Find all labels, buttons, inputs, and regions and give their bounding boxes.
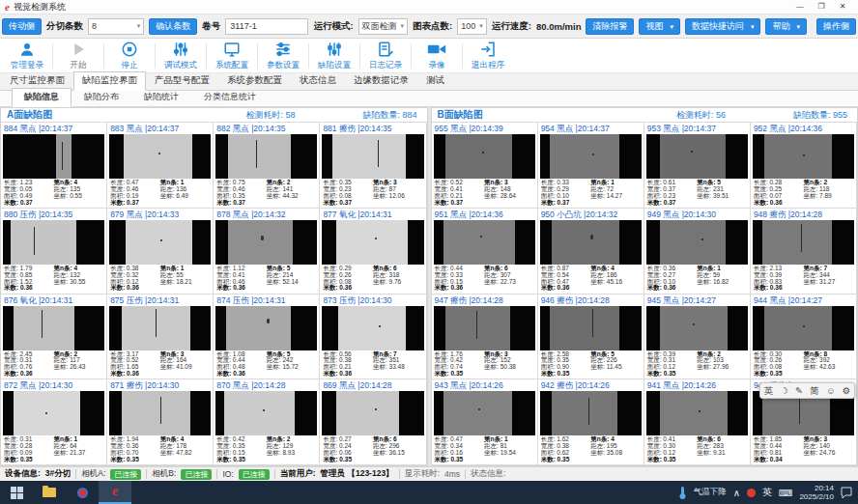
defect-cell[interactable]: 879 黑点 |20:14:33长度: 0.38宽度: 0.32面积: 0.12… <box>107 209 214 294</box>
roll-number-input[interactable]: 3117-1 <box>225 18 308 35</box>
action-button-user[interactable]: 管理登录 <box>2 40 52 72</box>
defect-cell[interactable]: 878 黑点 |20:14:32长度: 1.12宽度: 0.41面积: 0.46… <box>214 209 320 294</box>
defect-cell-header: 952 黑点 |20:14:36 <box>751 123 856 133</box>
moon-icon[interactable]: ☽ <box>780 383 788 398</box>
slit-count-value: 8 <box>92 21 97 31</box>
defect-cell[interactable]: 952 黑点 |20:14:36长度: 0.28宽度: 0.25面积: 0.07… <box>751 123 857 209</box>
info-line: 坐标: 16.82 <box>697 279 747 286</box>
main-tab-5[interactable]: 边缘数据记录 <box>345 71 417 91</box>
thermometer-icon[interactable] <box>678 487 687 499</box>
defect-cell[interactable]: 945 黑点 |20:14:27长度: 0.39宽度: 0.31面积: 0.12… <box>644 294 751 380</box>
defect-cell[interactable]: 949 黑点 |20:14:30长度: 0.36宽度: 0.27面积: 0.10… <box>644 209 751 294</box>
info-line: 米数: 0.36 <box>216 371 267 378</box>
chart-points-select[interactable]: 100 ▾ <box>457 18 487 35</box>
defect-info-right: 第n条: 1距左: 55坐标: 18.21 <box>160 266 211 293</box>
defect-mark <box>592 309 593 337</box>
defect-image <box>3 134 104 179</box>
slit-count-select[interactable]: 8 ▾ <box>88 18 144 35</box>
action-button-exit[interactable]: 退出程序 <box>463 40 513 72</box>
defect-cell[interactable]: 870 黑点 |20:14:28长度: 0.42宽度: 0.35面积: 0.15… <box>214 379 320 465</box>
main-tab-6[interactable]: 测试 <box>417 71 453 91</box>
defect-cell[interactable]: 869 黑点 |20:14:28长度: 0.27宽度: 0.24面积: 0.06… <box>320 379 426 465</box>
clear-alarm-button[interactable]: 清除报警 <box>586 18 634 35</box>
action-button-camera[interactable]: 录像 <box>412 40 462 72</box>
action-button-monitor[interactable]: 系统配置 <box>207 40 257 72</box>
image-gray-band <box>445 306 510 350</box>
close-button[interactable]: ✕ <box>832 0 853 14</box>
defect-cell[interactable]: 874 压伤 |20:14:31长度: 1.08宽度: 0.44面积: 0.48… <box>214 294 320 380</box>
minimize-button[interactable]: — <box>789 0 811 14</box>
action-button-log[interactable]: 日志记录 <box>360 40 411 72</box>
maximize-button[interactable]: ❐ <box>811 0 832 14</box>
defect-info: 长度: 0.52宽度: 0.41面积: 0.21米数: 0.37第n条: 3距左… <box>432 179 537 208</box>
pen-icon[interactable]: ✎ <box>795 383 803 398</box>
defect-cell[interactable]: 871 擦伤 |20:14:30长度: 1.94宽度: 0.36面积: 0.70… <box>107 379 214 465</box>
tray-alert-icon[interactable] <box>747 489 756 497</box>
defect-cell[interactable]: 948 擦伤 |20:14:28长度: 2.13宽度: 0.39面积: 0.83… <box>751 209 857 294</box>
pinned-app-icon[interactable] <box>66 481 99 504</box>
touch-keyboard-icon[interactable]: ⌨ <box>779 488 792 498</box>
inspection-app-icon: e <box>112 484 118 499</box>
defect-cell[interactable]: 953 黑点 |20:14:37长度: 0.61宽度: 0.37面积: 0.23… <box>644 123 751 209</box>
gear-icon[interactable]: ⚙ <box>843 383 851 398</box>
defect-cell-header: 945 黑点 |20:14:27 <box>644 294 750 305</box>
defect-info: 长度: 0.47宽度: 0.46面积: 0.19米数: 0.37第n条: 1距左… <box>107 179 213 208</box>
action-button-stop[interactable]: 停止 <box>104 40 155 72</box>
clock[interactable]: 20:14 2025/2/10 <box>799 484 834 501</box>
active-app-task-button[interactable]: e <box>99 481 131 504</box>
defect-cell[interactable]: 941 黑点 |20:14:26长度: 0.41宽度: 0.30面积: 0.12… <box>644 379 751 465</box>
action-button-tune[interactable]: 调试模式 <box>156 40 206 72</box>
notification-center-icon[interactable] <box>841 487 852 498</box>
sub-tab-1[interactable]: 缺陷分布 <box>72 88 131 107</box>
defect-cell[interactable]: 946 擦伤 |20:14:28长度: 2.58宽度: 0.35面积: 0.90… <box>538 294 644 380</box>
main-tab-4[interactable]: 状态信息 <box>291 71 345 91</box>
defect-cell[interactable]: 880 压伤 |20:14:35长度: 1.79宽度: 0.85面积: 1.52… <box>1 209 107 294</box>
action-button-sliders-h[interactable]: 参数设置 <box>258 40 308 72</box>
simplified-chinese-icon[interactable]: 简 <box>810 383 819 398</box>
defect-cell[interactable]: 873 压伤 |20:14:30长度: 0.56宽度: 0.38面积: 0.21… <box>320 294 426 380</box>
help-menu-button[interactable]: 帮助 ▾ <box>765 18 807 35</box>
defect-cell[interactable]: 951 黑点 |20:14:36长度: 0.44宽度: 0.33面积: 0.15… <box>432 209 538 294</box>
data-quick-access-button[interactable]: 数据快捷访问 ▾ <box>685 18 761 35</box>
defect-cell[interactable]: 944 黑点 |20:14:27长度: 0.30宽度: 0.26面积: 0.08… <box>751 294 857 380</box>
transmission-side-button[interactable]: 传动侧 <box>2 18 42 35</box>
defect-count: 缺陷数量: 955 <box>793 109 847 122</box>
image-gray-band <box>124 134 192 179</box>
defect-cell[interactable]: 877 氧化 |20:14:31长度: 0.29宽度: 0.26面积: 0.08… <box>320 209 426 294</box>
tray-chevron-up-icon[interactable]: ∧ <box>733 488 740 498</box>
defect-cell[interactable]: 882 黑点 |20:14:35长度: 0.75宽度: 0.46面积: 0.35… <box>214 123 320 209</box>
ime-language-indicator[interactable]: 英 <box>762 486 772 499</box>
defect-cell[interactable]: 950 小凸坑 |20:14:32长度: 0.87宽度: 0.54面积: 0.4… <box>538 209 644 294</box>
app-logo-icon: e <box>5 2 10 12</box>
lang-toggle-icon[interactable]: 英 <box>764 383 774 398</box>
defect-cell[interactable]: 943 黑点 |20:14:26长度: 0.47宽度: 0.34面积: 0.16… <box>432 379 538 465</box>
confirm-count-button[interactable]: 确认条数 <box>149 18 197 35</box>
emoji-icon[interactable]: ☺ <box>826 383 836 398</box>
start-button[interactable] <box>0 481 33 504</box>
file-explorer-icon[interactable] <box>33 481 66 504</box>
defect-cell[interactable]: 883 黑点 |20:14:37长度: 0.47宽度: 0.46面积: 0.19… <box>107 123 214 209</box>
image-gray-band <box>550 306 618 350</box>
sub-tab-2[interactable]: 缺陷统计 <box>131 88 191 107</box>
defect-cell[interactable]: 884 黑点 |20:14:37长度: 1.23宽度: 0.05面积: 0.49… <box>1 123 107 209</box>
action-button-play[interactable]: 开始 <box>53 40 103 72</box>
defect-cell[interactable]: 875 压伤 |20:14:31长度: 3.17宽度: 0.52面积: 1.65… <box>107 294 214 380</box>
defect-cell[interactable]: 942 擦伤 |20:14:26长度: 1.62宽度: 0.38面积: 0.62… <box>538 379 644 465</box>
defect-cell[interactable]: 872 黑点 |20:14:30长度: 0.31宽度: 0.28面积: 0.09… <box>1 379 107 465</box>
defect-cell[interactable]: 955 黑点 |20:14:39长度: 0.52宽度: 0.41面积: 0.21… <box>432 123 538 209</box>
weather-text[interactable]: 气温下降 <box>694 487 727 498</box>
sub-tab-0[interactable]: 缺陷信息 <box>12 88 72 107</box>
action-label: 参数设置 <box>267 60 300 71</box>
roll-number-label: 卷号 <box>202 20 220 33</box>
defect-cell[interactable]: 881 擦伤 |20:14:35长度: 0.35宽度: 0.23面积: 0.08… <box>320 123 426 209</box>
defect-cell[interactable]: 876 氧化 |20:14:31长度: 2.45宽度: 0.31面积: 0.76… <box>1 294 107 380</box>
defect-cell[interactable]: 947 擦伤 |20:14:28长度: 1.76宽度: 0.42面积: 0.74… <box>432 294 538 380</box>
run-mode-select[interactable]: 双面检测 ▾ <box>358 18 409 35</box>
view-menu-button[interactable]: 视图 ▾ <box>639 18 680 35</box>
defect-info: 长度: 0.47宽度: 0.34面积: 0.16米数: 0.35第n条: 1距左… <box>432 435 537 464</box>
action-button-sliders-v[interactable]: 缺陷设置 <box>309 40 359 72</box>
info-line: 米数: 0.37 <box>110 200 160 207</box>
sub-tab-3[interactable]: 分类信息统计 <box>191 88 269 107</box>
operator-side-button[interactable]: 操作侧 <box>816 18 856 35</box>
defect-cell[interactable]: 954 黑点 |20:14:37长度: 0.33宽度: 0.29面积: 0.10… <box>538 123 644 209</box>
